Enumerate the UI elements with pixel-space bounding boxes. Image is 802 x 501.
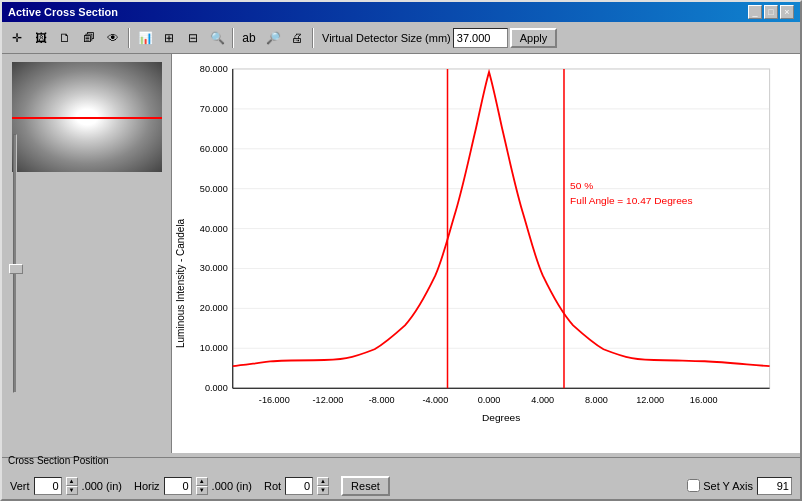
window-title: Active Cross Section [8, 6, 118, 18]
eye-icon[interactable]: 👁 [102, 27, 124, 49]
slider-area [8, 134, 22, 393]
svg-text:60.000: 60.000 [200, 144, 228, 154]
svg-text:12.000: 12.000 [636, 395, 664, 405]
rot-input[interactable] [285, 477, 313, 495]
svg-text:50.000: 50.000 [200, 184, 228, 194]
horiz-input[interactable] [164, 477, 192, 495]
zoom-icon[interactable]: 🔍 [206, 27, 228, 49]
svg-text:Full Angle = 10.47 Degrees: Full Angle = 10.47 Degrees [570, 195, 692, 206]
svg-text:30.000: 30.000 [200, 264, 228, 274]
separator3 [312, 28, 314, 48]
svg-text:-12.000: -12.000 [313, 395, 344, 405]
svg-text:-16.000: -16.000 [259, 395, 290, 405]
rot-label: Rot [264, 480, 281, 492]
minimize-button[interactable]: _ [748, 5, 762, 19]
cross-section-position-label: Cross Section Position [8, 455, 109, 466]
grid-icon[interactable]: ⊟ [182, 27, 204, 49]
close-button[interactable]: × [780, 5, 794, 19]
vert-down-btn[interactable]: ▼ [66, 486, 78, 495]
preview-image [12, 62, 162, 172]
title-bar: Active Cross Section _ □ × [2, 2, 800, 22]
maximize-button[interactable]: □ [764, 5, 778, 19]
horiz-unit: .000 (in) [212, 480, 252, 492]
y-axis-label: Luminous Intensity - Candela [175, 218, 186, 348]
slider-thumb[interactable] [9, 264, 23, 274]
detector-size-input[interactable] [453, 28, 508, 48]
separator1 [128, 28, 130, 48]
svg-text:8.000: 8.000 [585, 395, 608, 405]
add-image-icon[interactable]: 🗋 [54, 27, 76, 49]
vert-input[interactable] [34, 477, 62, 495]
apply-button[interactable]: Apply [510, 28, 558, 48]
vert-up-btn[interactable]: ▲ [66, 477, 78, 486]
svg-text:Degrees: Degrees [482, 412, 520, 423]
table-icon[interactable]: ⊞ [158, 27, 180, 49]
svg-text:70.000: 70.000 [200, 104, 228, 114]
set-y-label: Set Y Axis [703, 480, 753, 492]
svg-text:0.000: 0.000 [478, 395, 501, 405]
svg-text:40.000: 40.000 [200, 224, 228, 234]
reset-button[interactable]: Reset [341, 476, 390, 496]
svg-text:50 %: 50 % [570, 180, 593, 191]
horiz-down-btn[interactable]: ▼ [196, 486, 208, 495]
title-bar-buttons: _ □ × [748, 5, 794, 19]
slider-track[interactable] [13, 134, 17, 393]
horiz-label: Horiz [134, 480, 160, 492]
main-window: Active Cross Section _ □ × ✛ 🖼 🗋 🗊 👁 📊 ⊞… [0, 0, 802, 501]
print-icon[interactable]: 🖨 [286, 27, 308, 49]
image-icon[interactable]: 🖼 [30, 27, 52, 49]
y-axis-value-input[interactable] [757, 477, 792, 495]
virtual-detector-label: Virtual Detector Size (mm) [322, 32, 451, 44]
left-panel [2, 54, 172, 453]
horiz-up-btn[interactable]: ▲ [196, 477, 208, 486]
svg-text:16.000: 16.000 [690, 395, 718, 405]
svg-text:20.000: 20.000 [200, 303, 228, 313]
bottom-bar: Vert ▲ ▼ .000 (in) Horiz ▲ ▼ .000 (in) R… [2, 457, 800, 499]
vert-label: Vert [10, 480, 30, 492]
set-y-axis-group: Set Y Axis [687, 479, 753, 492]
preview-line [12, 117, 162, 119]
text2-icon[interactable]: ab [238, 27, 260, 49]
svg-text:-8.000: -8.000 [369, 395, 395, 405]
zoom2-icon[interactable]: 🔎 [262, 27, 284, 49]
vert-unit: .000 (in) [82, 480, 122, 492]
set-y-checkbox[interactable] [687, 479, 700, 492]
svg-text:10.000: 10.000 [200, 343, 228, 353]
horiz-spinner: ▲ ▼ [196, 477, 208, 495]
graph-icon[interactable]: 📊 [134, 27, 156, 49]
svg-text:4.000: 4.000 [531, 395, 554, 405]
text-icon[interactable]: 🗊 [78, 27, 100, 49]
rot-up-btn[interactable]: ▲ [317, 477, 329, 486]
svg-text:-4.000: -4.000 [422, 395, 448, 405]
separator2 [232, 28, 234, 48]
bottom-wrapper: Cross Section Position Vert ▲ ▼ .000 (in… [2, 453, 800, 499]
chart-area: Min = 5.49 (Cd) Max = 82.3 (Cd) Average … [172, 54, 800, 453]
svg-text:80.000: 80.000 [200, 64, 228, 74]
rot-down-btn[interactable]: ▼ [317, 486, 329, 495]
svg-text:0.000: 0.000 [205, 383, 228, 393]
vert-spinner: ▲ ▼ [66, 477, 78, 495]
toolbar: ✛ 🖼 🗋 🗊 👁 📊 ⊞ ⊟ 🔍 ab 🔎 🖨 Virtual Detecto… [2, 22, 800, 54]
chart-svg: Luminous Intensity - Candela 0.000 10.00… [172, 54, 800, 453]
rot-spinner: ▲ ▼ [317, 477, 329, 495]
crosshair-icon[interactable]: ✛ [6, 27, 28, 49]
main-content: Min = 5.49 (Cd) Max = 82.3 (Cd) Average … [2, 54, 800, 453]
